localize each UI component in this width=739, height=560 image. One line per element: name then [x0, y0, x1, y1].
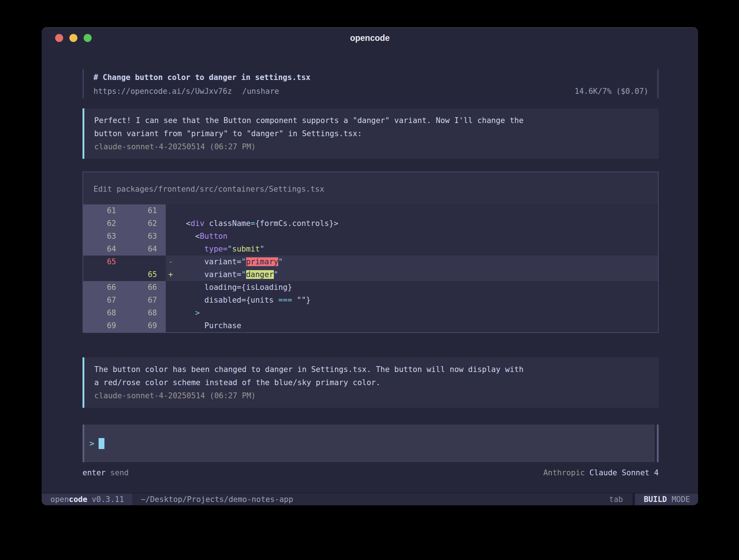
main-content: # Change button color to danger in setti… [42, 48, 698, 493]
code-line: Purchase [177, 319, 241, 332]
working-directory: ~/Desktop/Projects/demo-notes-app [132, 494, 293, 505]
token-usage: 14.6K/7% ($0.07) [575, 85, 648, 98]
new-line-number [117, 256, 158, 268]
code-token: Button [200, 232, 227, 241]
code-token: variant= [177, 270, 241, 279]
code-token: {formCs.controls}> [255, 219, 338, 228]
code-token: < [177, 232, 200, 241]
window-title: opencode [350, 33, 390, 43]
code-token: " [241, 257, 246, 266]
diff-row: 6161 [83, 204, 658, 217]
code-token: " [227, 245, 232, 253]
code-token [177, 245, 204, 253]
text-cursor [99, 438, 104, 449]
zoom-window-button[interactable] [84, 34, 92, 42]
spacer [158, 307, 166, 319]
send-action-label: send [110, 468, 129, 477]
code-token: variant= [177, 257, 241, 266]
spacer [158, 230, 166, 243]
tab-key-hint[interactable]: tab [609, 494, 632, 505]
spacer [158, 217, 166, 230]
diff-marker: - [166, 256, 177, 268]
code-line: disabled={units === ""} [177, 294, 311, 307]
new-line-number: 68 [117, 307, 158, 319]
diff-row: 6363 <Button [83, 230, 658, 243]
diff-row: 6767 disabled={units === ""} [83, 294, 658, 307]
code-line: variant="danger" [177, 268, 278, 281]
hint-row: enter send Anthropic Claude Sonnet 4 [83, 467, 659, 478]
diff-row: 65- variant="primary" [83, 256, 658, 268]
old-line-number: 65 [83, 256, 117, 268]
spacer [158, 243, 166, 256]
enter-key-label: enter [83, 468, 106, 477]
diff-row: 6262 <div className={formCs.controls}> [83, 217, 658, 230]
diff-row: 6868 > [83, 307, 658, 319]
diff-row-body: loading={isLoading} [166, 281, 658, 294]
edit-tool-card: Edit packages/frontend/src/containers/Se… [83, 172, 659, 333]
diff-marker [166, 319, 177, 332]
code-token: className [204, 219, 250, 228]
diff-gutter: 6969 [83, 319, 166, 332]
old-line-number [83, 268, 117, 281]
diff-marker [166, 230, 177, 243]
code-token: > [195, 308, 200, 317]
session-share-row: https://opencode.ai/s/UwJxv76z/unshare [93, 85, 279, 98]
spacer [158, 319, 166, 332]
diff-gutter: 6868 [83, 307, 166, 319]
assistant-message: The button color has been changed to dan… [83, 357, 659, 408]
diff-row-body: - variant="primary" [166, 256, 658, 268]
diff-gutter: 6464 [83, 243, 166, 256]
share-url[interactable]: https://opencode.ai/s/UwJxv76z [93, 87, 232, 96]
code-line: variant="primary" [177, 256, 283, 268]
prompt-symbol: > [89, 439, 94, 448]
send-hint: enter send [83, 467, 129, 478]
message-line: a red/rose color scheme instead of the b… [94, 376, 650, 389]
code-line: <Button [177, 230, 227, 243]
code-line: type="submit" [177, 243, 264, 256]
mode-name: BUILD [644, 495, 667, 504]
diff-marker [166, 281, 177, 294]
code-token: Purchase [177, 321, 241, 330]
code-token: " [274, 270, 279, 279]
code-token: div [191, 219, 204, 228]
minimize-window-button[interactable] [69, 34, 77, 42]
message-line: The button color has been changed to dan… [94, 363, 650, 376]
diff-gutter: 6666 [83, 281, 166, 294]
message-model-timestamp: claude-sonnet-4-20250514 (06:27 PM) [94, 389, 650, 402]
prompt-input[interactable]: > [84, 425, 655, 462]
mode-suffix: MODE [671, 495, 690, 504]
diff-row: 65+ variant="danger" [83, 268, 658, 281]
message-line: button variant from "primary" to "danger… [94, 127, 650, 140]
code-token: disabled={units [177, 296, 278, 304]
unshare-command[interactable]: /unshare [242, 87, 279, 96]
diff-row-body: disabled={units === ""} [166, 294, 658, 307]
diff-marker [166, 294, 177, 307]
diff-marker: + [166, 268, 177, 281]
new-line-number: 64 [117, 243, 158, 256]
new-line-number: 61 [117, 204, 158, 217]
diff-gutter: 65 [83, 256, 166, 268]
diff-row-body [166, 204, 658, 217]
diff-marker [166, 243, 177, 256]
spacer [158, 204, 166, 217]
new-line-number: 65 [117, 268, 158, 281]
mode-chip: BUILDMODE [635, 494, 698, 505]
code-token: loading={isLoading} [177, 283, 292, 292]
diff-row: 6969 Purchase [83, 319, 658, 332]
code-token: " [260, 245, 265, 253]
code-token: === [278, 296, 292, 304]
code-token: primary [246, 257, 279, 266]
close-window-button[interactable] [55, 34, 63, 42]
code-token: type [204, 245, 223, 253]
code-line: > [177, 307, 200, 319]
old-line-number: 64 [83, 243, 117, 256]
new-line-number: 62 [117, 217, 158, 230]
opencode-window: opencode # Change button color to danger… [42, 27, 698, 505]
diff-row-body: <div className={formCs.controls}> [166, 217, 658, 230]
diff-gutter: 6262 [83, 217, 166, 230]
diff-marker [166, 307, 177, 319]
code-token [177, 308, 195, 317]
diff-row-body: type="submit" [166, 243, 658, 256]
new-line-number: 63 [117, 230, 158, 243]
input-right-border [657, 425, 659, 462]
